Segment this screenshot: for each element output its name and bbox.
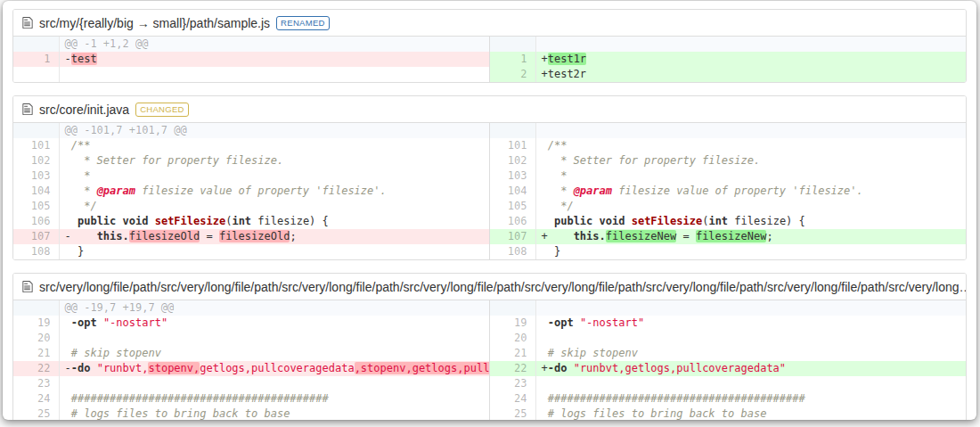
diff-left-panel: @@ -1 +1,2 @@1-test xyxy=(13,37,489,82)
line-number: 103 xyxy=(490,168,535,184)
diff-line: 107+ this.filesizeNew = filesizeNew; xyxy=(490,229,966,244)
line-number: 101 xyxy=(490,138,535,153)
line-number: 104 xyxy=(13,184,59,199)
diff-line: 25 # logs files to bring back to base xyxy=(13,406,489,420)
line-number: 22 xyxy=(13,361,59,376)
diff-line: 101 /** xyxy=(13,138,489,153)
line-number: 104 xyxy=(490,184,535,199)
file-diff-block: src/very/long/file/path/src/very/long/fi… xyxy=(12,273,967,420)
file-header: src/very/long/file/path/src/very/long/fi… xyxy=(13,274,966,300)
hunk-header: @@ -101,7 +101,7 @@ xyxy=(59,123,489,138)
diff-line xyxy=(490,300,966,316)
code-line: ######################################## xyxy=(59,391,489,406)
diff-line: 107- this.filesizeOld = filesizeOld; xyxy=(13,229,489,244)
file-name: src/core/init.java xyxy=(39,103,129,117)
code-line: * @param filesize value of property 'fil… xyxy=(59,184,489,199)
code-line: - this.filesizeOld = filesizeOld; xyxy=(59,229,489,244)
line-number: 107 xyxy=(490,229,535,244)
diff-line: 104 * @param filesize value of property … xyxy=(13,184,489,199)
code-line: * Setter for property filesize. xyxy=(535,153,966,168)
code-line: --do "runbvt,stopenv,getlogs,pullcoverag… xyxy=(59,361,489,376)
line-number: 21 xyxy=(13,346,59,361)
line-number: 22 xyxy=(490,361,535,376)
file-icon xyxy=(22,280,33,293)
code-line: +-do "runbvt,getlogs,pullcoveragedata" xyxy=(535,361,966,376)
file-icon xyxy=(22,103,33,116)
side-by-side-diff: @@ -1 +1,2 @@1-test 1+test1r2+test2r xyxy=(13,37,966,82)
file-status-badge: CHANGED xyxy=(135,103,189,117)
diff-line: 19 -opt "-nostart" xyxy=(13,316,489,331)
line-number: 101 xyxy=(13,138,59,153)
diff-line: 20 xyxy=(490,331,966,346)
file-diff-block: src/my/{really/big → small}/path/sample.… xyxy=(12,9,967,83)
diff-line: 102 * Setter for property filesize. xyxy=(13,153,489,168)
line-number: 24 xyxy=(490,391,535,406)
diff-line: 105 */ xyxy=(490,199,966,214)
code-line xyxy=(535,331,966,346)
diff-line: 2+test2r xyxy=(490,67,966,82)
diff-line: 22--do "runbvt,stopenv,getlogs,pullcover… xyxy=(13,361,489,376)
line-number: 103 xyxy=(13,168,59,184)
line-number: 23 xyxy=(490,376,535,391)
code-line: -opt "-nostart" xyxy=(59,316,489,331)
hunk-header: @@ -19,7 +19,7 @@ xyxy=(59,300,489,316)
hunk-header xyxy=(535,123,966,138)
code-line: * xyxy=(59,168,489,184)
file-diff-block: src/core/init.java CHANGED @@ -101,7 +10… xyxy=(12,95,967,260)
diff-line: 24 #####################################… xyxy=(490,391,966,406)
file-status-badge: RENAMED xyxy=(276,16,330,30)
code-line: # logs files to bring back to base xyxy=(59,406,489,420)
code-line: * xyxy=(535,168,966,184)
diff-line: @@ -1 +1,2 @@ xyxy=(13,37,489,52)
diff-line: 1+test1r xyxy=(490,52,966,67)
code-line: # logs files to bring back to base xyxy=(535,406,966,420)
diff-line: 103 * xyxy=(13,168,489,184)
diff-right-panel: 101 /**102 * Setter for property filesiz… xyxy=(489,123,966,259)
line-number: 102 xyxy=(490,153,535,168)
diff-line: 25 # logs files to bring back to base xyxy=(490,406,966,420)
file-name: src/very/long/file/path/src/very/long/fi… xyxy=(39,280,966,294)
line-number: 108 xyxy=(13,244,59,259)
code-line: /** xyxy=(59,138,489,153)
line-number xyxy=(490,37,535,52)
diff-line: @@ -19,7 +19,7 @@ xyxy=(13,300,489,316)
line-number: 24 xyxy=(13,391,59,406)
diff-line: 21 # skip stopenv xyxy=(13,346,489,361)
line-number xyxy=(13,67,59,82)
file-header: src/my/{really/big → small}/path/sample.… xyxy=(13,10,966,37)
line-number: 106 xyxy=(490,214,535,229)
code-line xyxy=(535,376,966,391)
diff-line: 106 public void setFilesize(int filesize… xyxy=(490,214,966,229)
code-line xyxy=(59,331,489,346)
diff-line xyxy=(13,67,489,82)
line-number: 21 xyxy=(490,346,535,361)
diff-line xyxy=(490,37,966,52)
side-by-side-diff: @@ -19,7 +19,7 @@19 -opt "-nostart"20 21… xyxy=(13,300,966,420)
code-line: /** xyxy=(535,138,966,153)
line-number: 102 xyxy=(13,153,59,168)
line-number: 23 xyxy=(13,376,59,391)
code-line xyxy=(59,376,489,391)
code-line: } xyxy=(59,244,489,259)
side-by-side-diff: @@ -101,7 +101,7 @@101 /**102 * Setter f… xyxy=(13,123,966,259)
code-line: public void setFilesize(int filesize) { xyxy=(59,214,489,229)
code-line: } xyxy=(535,244,966,259)
line-number: 25 xyxy=(13,406,59,420)
code-line: ######################################## xyxy=(535,391,966,406)
line-number: 2 xyxy=(490,67,535,82)
line-number: 106 xyxy=(13,214,59,229)
diff-line: 105 */ xyxy=(13,199,489,214)
code-line: -test xyxy=(59,52,489,67)
line-number: 20 xyxy=(13,331,59,346)
line-number xyxy=(13,300,59,316)
line-number xyxy=(490,300,535,316)
diff-left-panel: @@ -19,7 +19,7 @@19 -opt "-nostart"20 21… xyxy=(13,300,489,420)
diff-line: 104 * @param filesize value of property … xyxy=(490,184,966,199)
diff-line: 21 # skip stopenv xyxy=(490,346,966,361)
line-number: 107 xyxy=(13,229,59,244)
file-name: src/my/{really/big → small}/path/sample.… xyxy=(39,16,270,30)
hunk-header xyxy=(535,37,966,52)
line-number xyxy=(490,123,535,138)
code-line: */ xyxy=(535,199,966,214)
code-line: + this.filesizeNew = filesizeNew; xyxy=(535,229,966,244)
